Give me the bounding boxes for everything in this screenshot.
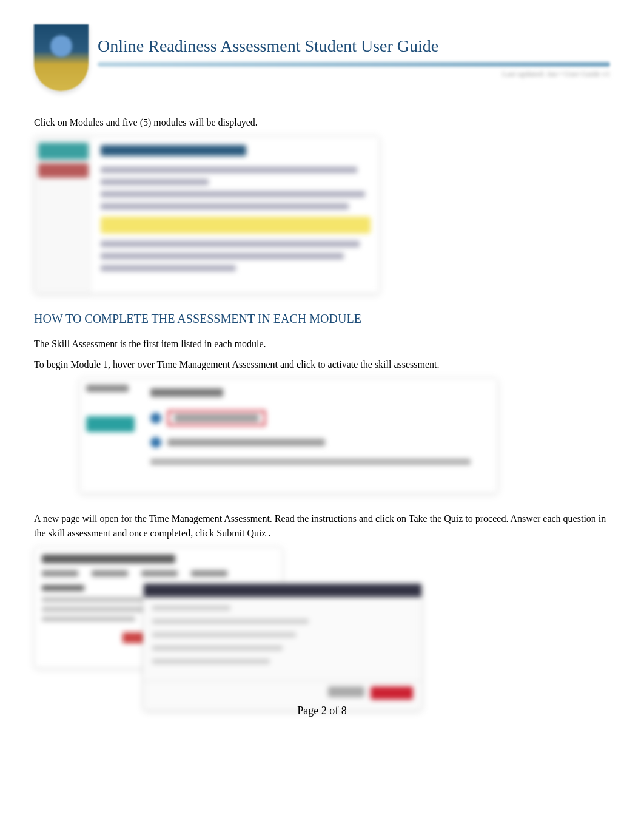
modules-label: Modules: [70, 117, 104, 127]
pager-total: 8: [341, 705, 347, 717]
quiz-screenshots: [34, 547, 610, 717]
pager-of: of: [327, 705, 341, 717]
submit-quiz-label: Submit Quiz: [216, 528, 266, 538]
modules-screenshot: [34, 136, 380, 294]
para1-suffix: and five (5) modules will be displayed.: [106, 117, 258, 127]
section-heading: HOW TO COMPLETE THE ASSESSMENT IN EACH M…: [34, 312, 610, 326]
para1-prefix: Click on: [34, 117, 70, 127]
instruction-paragraph-1: Click on Modules and five (5) modules wi…: [34, 115, 610, 130]
module-item-screenshot: [79, 378, 498, 493]
page-header: Online Readiness Assessment Student User…: [34, 24, 610, 91]
para4-prefix: A new page will open for the Time Manage…: [34, 513, 409, 524]
title-divider: [98, 62, 610, 67]
page-number: Page 2 of 8: [34, 705, 610, 717]
page-title: Online Readiness Assessment Student User…: [98, 36, 610, 56]
institution-logo: [34, 24, 89, 91]
header-meta: Last updated: Jan • User Guide v1: [98, 69, 610, 79]
instruction-paragraph-3: To begin Module 1, hover over Time Manag…: [34, 357, 610, 372]
quiz-submit-screenshot: [143, 583, 422, 711]
instruction-paragraph-2: The Skill Assessment is the first item l…: [34, 337, 610, 351]
take-quiz-label: Take the Quiz: [409, 513, 463, 524]
instruction-paragraph-4: A new page will open for the Time Manage…: [34, 512, 610, 541]
para4-suffix: .: [269, 528, 271, 538]
pager-prefix: Page: [297, 705, 321, 717]
title-block: Online Readiness Assessment Student User…: [98, 36, 610, 79]
pager-current: 2: [321, 705, 327, 717]
